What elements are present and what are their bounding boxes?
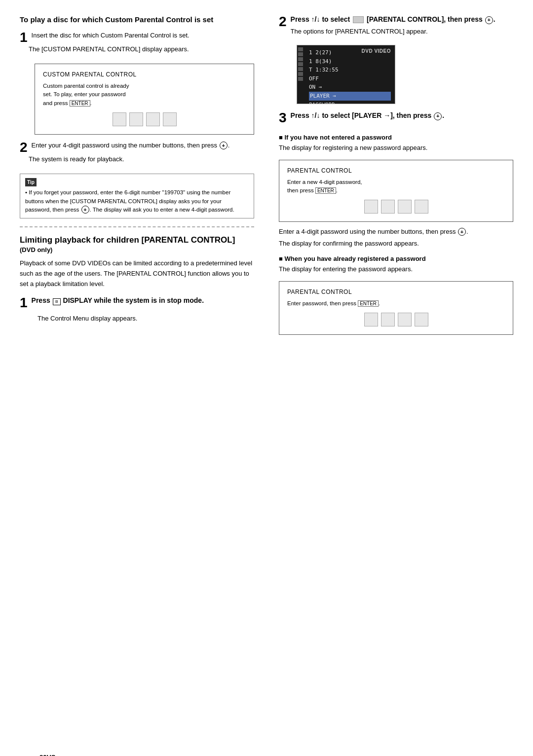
digit-box-4: [163, 112, 177, 126]
step3-block: 3 Press ↑/↓ to select [PLAYER →], then p…: [279, 111, 513, 125]
step1-text: Insert the disc for which Custom Parenta…: [32, 31, 190, 40]
custom-parental-control-display: CUSTOM PARENTAL CONTROL Custom parental …: [35, 64, 254, 135]
page-layout: To play a disc for which Custom Parental…: [20, 15, 513, 340]
osd-bar-5: [298, 67, 303, 71]
step3-number: 3: [279, 111, 287, 125]
page-number: 80US: [39, 754, 56, 756]
display-box-1-title: CUSTOM PARENTAL CONTROL: [43, 71, 246, 78]
osd-text-block: 1 2(27) 1 8(34) T 1:32:55 OFF ON → PLAYE…: [305, 45, 395, 104]
circle-plus-icon: +: [220, 142, 228, 149]
digit-box-2-2: [381, 200, 395, 214]
osd-bar-2: [298, 52, 303, 56]
enter-key-label-2: ENTER: [315, 187, 336, 194]
osd-bar-4: [298, 62, 303, 66]
circle-plus-step3: +: [434, 112, 442, 120]
display-box-3-title: PARENTAL CONTROL: [287, 288, 505, 295]
step3-content: Press ↑/↓ to select [PLAYER →], then pre…: [291, 111, 513, 123]
parental-display-box-2: PARENTAL CONTROL Enter a new 4-digit pas…: [279, 160, 513, 222]
display-box-3-text: Enter password, then press ENTER.: [287, 299, 505, 308]
limiting-step1-block: 1 Press ⊡ DISPLAY while the system is in…: [20, 296, 254, 310]
step1-number: 1: [20, 31, 28, 44]
if-no-password-title: If you have not entered a password: [279, 134, 513, 141]
enter-key-label-3: ENTER: [358, 300, 379, 307]
digit-box-3: [146, 112, 160, 126]
osd-bar-6: [298, 72, 303, 76]
digit-box-3-3: [398, 313, 412, 326]
step2-right-number: 2: [279, 15, 287, 29]
limiting-step1-text: Press ⊡ DISPLAY while the system is in s…: [32, 296, 204, 306]
digit-box-2-4: [415, 200, 428, 214]
digit-box-3-2: [381, 313, 395, 326]
if-no-password-body: The display for registering a new passwo…: [279, 143, 513, 153]
osd-line5: ON →: [309, 83, 391, 92]
step2-left-text: Enter your 4-digit password using the nu…: [32, 141, 230, 150]
display-box-2-text: Enter a new 4-digit password,then press …: [287, 178, 505, 195]
enter-sub-text: Enter a 4-digit password using the numbe…: [279, 227, 513, 237]
circle-plus-tip: +: [81, 206, 89, 214]
osd-bar-1: [298, 47, 303, 51]
osd-line4: OFF: [309, 74, 391, 83]
left-column: To play a disc for which Custom Parental…: [20, 15, 259, 340]
limiting-step1-content: Press ⊡ DISPLAY while the system is in s…: [32, 296, 204, 306]
digit-boxes-3: [287, 313, 505, 326]
display-box-2-title: PARENTAL CONTROL: [287, 167, 505, 174]
confirm-sub-text: The display for confirming the password …: [279, 239, 513, 249]
step2-right-content: Press ↑/↓ to select [PARENTAL CONTROL], …: [291, 15, 513, 36]
osd-line2: 1 8(34): [309, 57, 391, 66]
step2-left-number: 2: [20, 141, 28, 154]
digit-box-3-1: [364, 313, 378, 326]
if-password-title: When you have already registered a passw…: [279, 255, 513, 262]
if-no-password-block: If you have not entered a password The d…: [279, 134, 513, 153]
digit-box-1: [113, 112, 126, 126]
section-divider: [20, 226, 254, 227]
parental-display-box-3: PARENTAL CONTROL Enter password, then pr…: [279, 281, 513, 335]
display-box-1-text: Custom parental control is alreadyset. T…: [43, 82, 246, 108]
icon-placeholder: [353, 16, 364, 23]
step2-left-block: 2 Enter your 4-digit password using the …: [20, 141, 254, 167]
step2-left-sub: The system is ready for playback.: [29, 154, 254, 164]
if-password-body: The display for entering the password ap…: [279, 264, 513, 274]
page-wrapper: To play a disc for which Custom Parental…: [20, 15, 513, 756]
osd-line7: PASSWORD →: [309, 101, 391, 104]
step1-sub: The [CUSTOM PARENTAL CONTROL] display ap…: [29, 44, 254, 54]
digit-box-3-4: [415, 313, 428, 326]
step3-text: Press ↑/↓ to select [PLAYER →], then pre…: [291, 111, 513, 121]
circle-plus-enter: +: [458, 228, 466, 236]
digit-box-2: [129, 112, 143, 126]
section1-title: To play a disc for which Custom Parental…: [20, 15, 254, 25]
limiting-section: Limiting playback for children [PARENTAL…: [20, 235, 254, 322]
tip-text: • If you forget your password, enter the…: [25, 188, 249, 214]
digit-box-2-3: [398, 200, 412, 214]
osd-line6: PLAYER →: [309, 92, 391, 101]
step2-right-sub: The options for [PARENTAL CONTROL] appea…: [291, 27, 513, 36]
limiting-title: Limiting playback for children [PARENTAL…: [20, 235, 254, 245]
limiting-step1-sub: The Control Menu display appears.: [38, 315, 254, 322]
step1-block: 1 Insert the disc for which Custom Paren…: [20, 31, 254, 57]
digit-boxes-2: [287, 200, 505, 214]
step1-content: Insert the disc for which Custom Parenta…: [32, 31, 190, 44]
step2-right-text: Press ↑/↓ to select [PARENTAL CONTROL], …: [291, 15, 513, 25]
osd-left-bars: [297, 45, 304, 104]
osd-line3: T 1:32:55: [309, 66, 391, 74]
osd-dvd-label: DVD VIDEO: [361, 48, 391, 54]
osd-bar-7: [298, 77, 303, 81]
osd-display-image: 1 2(27) 1 8(34) T 1:32:55 OFF ON → PLAYE…: [297, 45, 395, 104]
circle-plus-step2: +: [485, 16, 493, 24]
digit-box-2-1: [364, 200, 378, 214]
enter-key-label: ENTER: [70, 100, 90, 107]
tip-label: Tip: [25, 178, 37, 186]
step2-right-block: 2 Press ↑/↓ to select [PARENTAL CONTROL]…: [279, 15, 513, 36]
if-password-block: When you have already registered a passw…: [279, 255, 513, 274]
digit-boxes-1: [43, 112, 246, 126]
tip-box: Tip • If you forget your password, enter…: [20, 174, 254, 218]
limiting-body: Playback of some DVD VIDEOs can be limit…: [20, 258, 254, 289]
right-column: 2 Press ↑/↓ to select [PARENTAL CONTROL]…: [274, 15, 513, 340]
osd-bar-3: [298, 57, 303, 61]
limiting-step1-number: 1: [20, 296, 28, 310]
step2-left-content: Enter your 4-digit password using the nu…: [32, 141, 230, 154]
display-button-icon: ⊡: [53, 298, 61, 305]
limiting-subtitle: (DVD only): [20, 246, 254, 253]
